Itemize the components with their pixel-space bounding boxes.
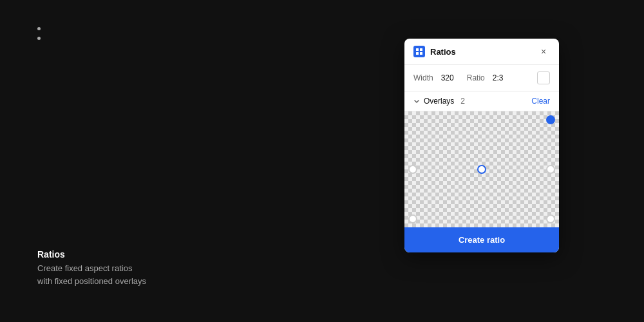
info-row: Width 320 Ratio 2:3: [404, 65, 559, 91]
canvas-area: [404, 111, 559, 227]
handle-center-left[interactable]: [408, 165, 417, 174]
bottom-title: Ratios: [37, 249, 146, 260]
handle-bottom-left[interactable]: [408, 214, 417, 223]
overlays-row: Overlays 2 Clear: [404, 91, 559, 111]
overlays-label: Overlays: [424, 97, 454, 106]
handle-center[interactable]: [477, 165, 486, 174]
dot-2: [37, 37, 41, 40]
ratio-label: Ratio: [467, 73, 485, 82]
panel-title: Ratios: [430, 47, 456, 57]
width-label: Width: [413, 73, 433, 82]
ratio-value: 2:3: [493, 73, 504, 82]
close-button[interactable]: ×: [537, 45, 550, 58]
panel-header: Ratios ×: [404, 39, 559, 65]
grid-icon: [414, 46, 424, 57]
overlays-count: 2: [460, 97, 465, 106]
clear-button[interactable]: Clear: [531, 97, 550, 106]
ratios-panel: Ratios × Width 320 Ratio 2:3 Overlays 2 …: [404, 39, 559, 252]
handle-top-right[interactable]: [546, 115, 555, 124]
dot-1: [37, 27, 41, 30]
width-value: 320: [441, 73, 454, 82]
chevron-down-icon: [413, 97, 421, 105]
ratio-preview-box: [537, 71, 550, 84]
desc-line-1: Create fixed aspect ratios: [37, 263, 132, 273]
handle-bottom-right[interactable]: [546, 214, 555, 223]
panel-header-left: Ratios: [413, 46, 456, 57]
handle-center-right[interactable]: [546, 165, 555, 174]
desc-line-2: with fixed positioned overlays: [37, 276, 146, 286]
bullet-dots: [37, 27, 41, 40]
panel-icon: [413, 46, 425, 57]
bottom-description: Ratios Create fixed aspect ratios with f…: [37, 249, 146, 287]
bottom-desc-lines: Create fixed aspect ratios with fixed po…: [37, 262, 146, 287]
create-ratio-button[interactable]: Create ratio: [404, 227, 559, 252]
